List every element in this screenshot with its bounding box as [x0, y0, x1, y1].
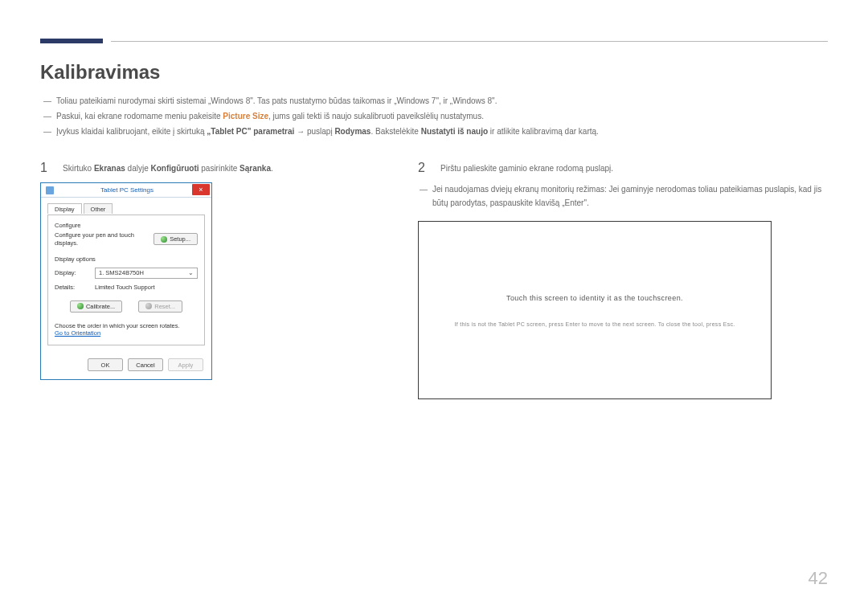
intro-item: Paskui, kai ekrane rodomame meniu pakeis…	[43, 108, 828, 124]
display-options-label: Display options	[55, 255, 198, 263]
calibrate-reset-row: Calibrate... Reset...	[55, 300, 198, 313]
details-label: Details:	[55, 284, 87, 291]
reset-icon	[145, 303, 152, 309]
touchscreen-prompt-sub: If this is not the Tablet PC screen, pre…	[454, 321, 735, 327]
configure-text: Configure your pen and touch displays.	[55, 231, 135, 247]
page-title: Kalibravimas	[40, 61, 828, 84]
intro-text: , jums gali tekti iš naujo sukalibruoti …	[268, 112, 484, 121]
dialog-title: Tablet PC Settings	[54, 186, 211, 194]
step-number: 1	[40, 161, 50, 174]
rodymas-term: Rodymas	[334, 127, 371, 136]
display-row: Display: 1. SMS24B750H ⌄	[55, 268, 198, 279]
intro-text: Įvykus klaidai kalibruojant, eikite į sk…	[56, 127, 207, 136]
left-column: 1 Skirtuko Ekranas dalyje Konfigūruoti p…	[40, 161, 386, 399]
display-label: Display:	[55, 269, 87, 276]
tab-other[interactable]: Other	[84, 203, 113, 214]
close-button[interactable]: ×	[192, 184, 210, 195]
close-icon: ×	[199, 186, 203, 194]
chevron-down-icon: ⌄	[188, 269, 194, 276]
rotation-order-text: Choose the order in which your screen ro…	[55, 322, 198, 330]
header-accent	[40, 39, 103, 43]
details-value: Limited Touch Support	[95, 284, 155, 291]
configure-row: Configure your pen and touch displays. S…	[55, 231, 198, 247]
reset-term: Nustatyti iš naujo	[421, 127, 488, 136]
right-column: 2 Pirštu palieskite gaminio ekrane rodom…	[418, 161, 828, 399]
page-number: 42	[809, 568, 828, 589]
header-divider	[111, 41, 828, 42]
setup-icon	[161, 236, 167, 243]
calibrate-icon	[77, 303, 84, 309]
reset-button[interactable]: Reset...	[138, 300, 182, 313]
calibrate-button[interactable]: Calibrate...	[70, 300, 122, 313]
ok-button[interactable]: OK	[88, 358, 123, 371]
display-select[interactable]: 1. SMS24B750H ⌄	[95, 268, 198, 279]
arrow-icon: →	[294, 127, 307, 136]
intro-list: Toliau pateikiami nurodymai skirti siste…	[40, 93, 828, 139]
configure-label: Configure	[55, 222, 198, 229]
touchscreen-prompt-box: Touch this screen to identity it as the …	[418, 221, 772, 399]
content-columns: 1 Skirtuko Ekranas dalyje Konfigūruoti p…	[40, 161, 828, 399]
dialog-panel: Configure Configure your pen and touch d…	[47, 215, 205, 345]
display-value: 1. SMS24B750H	[99, 269, 144, 276]
cancel-button[interactable]: Cancel	[128, 358, 163, 371]
tab-display[interactable]: Display	[47, 203, 82, 214]
intro-text: Toliau pateikiami nurodymai skirti siste…	[56, 96, 497, 105]
intro-item: Įvykus klaidai kalibruojant, eikite į sk…	[43, 124, 828, 139]
dialog-footer: OK Cancel Apply	[41, 352, 211, 379]
intro-item: Toliau pateikiami nurodymai skirti siste…	[43, 93, 828, 108]
tablet-pc-settings-dialog: Tablet PC Settings × Display Other Confi…	[40, 182, 212, 380]
apply-button[interactable]: Apply	[168, 358, 203, 371]
dialog-body: Display Other Configure Configure your p…	[41, 198, 211, 352]
setup-button[interactable]: Setup...	[154, 233, 198, 245]
setup-button-label: Setup...	[170, 235, 190, 243]
dialog-app-icon	[46, 186, 54, 194]
dialog-titlebar: Tablet PC Settings ×	[41, 183, 211, 198]
picture-size-term: Picture Size	[223, 112, 268, 121]
go-to-orientation-link[interactable]: Go to Orientation	[55, 329, 198, 337]
intro-text: puslapį	[307, 127, 334, 136]
step-number: 2	[418, 161, 428, 174]
reset-button-label: Reset...	[154, 303, 175, 310]
step-text: Pirštu palieskite gaminio ekrane rodomą …	[440, 161, 613, 174]
step-text: Skirtuko Ekranas dalyje Konfigūruoti pas…	[63, 161, 273, 174]
step-2: 2 Pirštu palieskite gaminio ekrane rodom…	[418, 161, 828, 174]
step-1: 1 Skirtuko Ekranas dalyje Konfigūruoti p…	[40, 161, 386, 174]
details-row: Details: Limited Touch Support	[55, 284, 198, 291]
step-2-note: Jei naudojamas dviejų ekranų monitorių r…	[420, 182, 828, 210]
intro-text: . Bakstelėkite	[371, 127, 420, 136]
calibrate-button-label: Calibrate...	[86, 303, 115, 310]
tablet-pc-term: „Tablet PC" parametrai	[207, 127, 294, 136]
intro-text: ir atlikite kalibravimą dar kartą.	[488, 127, 599, 136]
intro-text: Paskui, kai ekrane rodomame meniu pakeis…	[56, 112, 223, 121]
touchscreen-prompt-main: Touch this screen to identity it as the …	[506, 294, 683, 302]
header-rule	[40, 39, 828, 43]
dialog-tabs: Display Other	[47, 202, 205, 213]
